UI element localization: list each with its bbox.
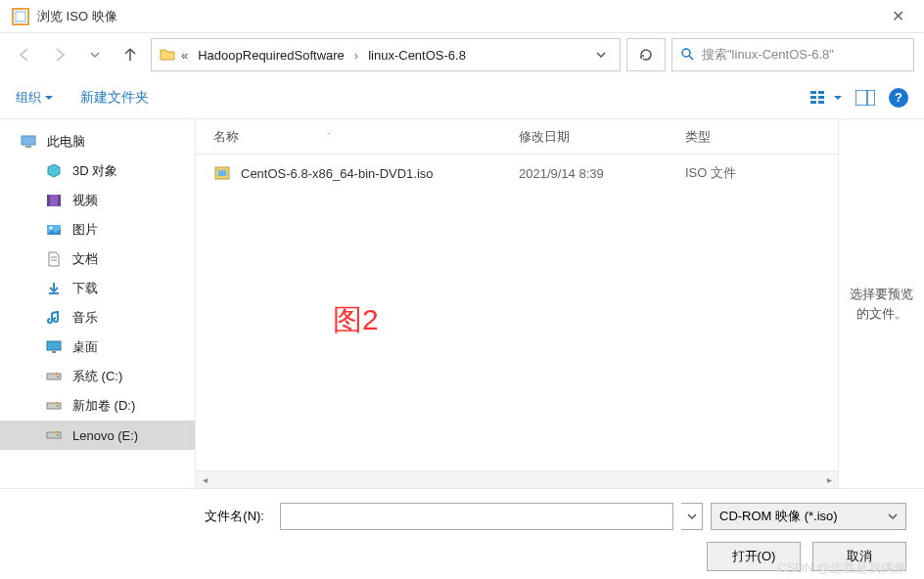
sidebar-music[interactable]: 音乐 [0, 303, 195, 333]
sidebar-pictures[interactable]: 图片 [0, 215, 195, 245]
svg-point-27 [57, 405, 59, 407]
main-area: 此电脑 3D 对象 视频 图片 文档 下载 音乐 桌面 系统 (C:) 新加卷 … [0, 119, 924, 488]
download-icon [45, 280, 63, 297]
nav-bar: « HadoopRequiredSoftware › linux-CentOS-… [0, 33, 924, 76]
svg-point-29 [57, 434, 59, 436]
pc-icon [20, 133, 37, 151]
sidebar-desktop[interactable]: 桌面 [0, 333, 195, 362]
svg-rect-12 [22, 136, 35, 145]
file-date: 2021/9/14 8:39 [519, 166, 685, 181]
video-icon [45, 192, 63, 209]
horizontal-scrollbar[interactable]: ◂ ▸ [196, 470, 838, 488]
svg-rect-6 [810, 96, 816, 99]
svg-rect-5 [818, 91, 824, 94]
app-icon [12, 8, 29, 25]
document-icon [45, 250, 63, 268]
cube-icon [45, 162, 63, 180]
breadcrumb-dropdown[interactable] [590, 48, 612, 63]
file-list-pane: 名称ˇ 修改日期 类型 CentOS-6.8-x86_64-bin-DVD1.i… [196, 119, 838, 488]
drive-icon [45, 426, 63, 444]
svg-line-3 [689, 56, 693, 60]
svg-rect-15 [47, 195, 50, 206]
sidebar-drive-d[interactable]: 新加卷 (D:) [0, 391, 195, 421]
sidebar-videos[interactable]: 视频 [0, 186, 195, 215]
column-headers[interactable]: 名称ˇ 修改日期 类型 [196, 119, 838, 155]
nav-forward-button[interactable] [45, 40, 74, 69]
sort-indicator-icon: ˇ [327, 132, 330, 143]
svg-rect-13 [25, 146, 31, 148]
toolbar: 组织 新建文件夹 ? [0, 76, 924, 119]
preview-pane-toggle[interactable] [855, 90, 875, 106]
sidebar-this-pc[interactable]: 此电脑 [0, 127, 195, 156]
pictures-icon [45, 221, 63, 239]
filetype-filter[interactable]: CD-ROM 映像 (*.iso) [711, 503, 906, 530]
svg-point-2 [682, 49, 690, 57]
search-icon [680, 47, 694, 64]
svg-rect-31 [218, 170, 226, 176]
svg-point-25 [57, 376, 59, 378]
filename-dropdown[interactable] [681, 503, 703, 530]
sidebar-drive-c[interactable]: 系统 (C:) [0, 362, 195, 391]
scroll-left-icon[interactable]: ◂ [196, 471, 213, 488]
nav-up-button[interactable] [116, 40, 145, 69]
svg-rect-10 [855, 90, 875, 106]
organize-menu[interactable]: 组织 [16, 89, 53, 107]
svg-rect-8 [810, 101, 816, 104]
breadcrumb-seg1[interactable]: HadoopRequiredSoftware [194, 48, 348, 63]
file-row[interactable]: CentOS-6.8-x86_64-bin-DVD1.iso 2021/9/14… [196, 155, 838, 192]
svg-rect-1 [16, 12, 25, 22]
close-icon[interactable]: ✕ [884, 7, 912, 25]
help-button[interactable]: ? [889, 88, 908, 108]
search-placeholder: 搜索"linux-CentOS-6.8" [702, 46, 834, 64]
file-type: ISO 文件 [685, 164, 838, 182]
nav-back-button[interactable] [10, 40, 39, 69]
drive-icon [45, 368, 63, 385]
open-button[interactable]: 打开(O) [707, 542, 801, 571]
sidebar: 此电脑 3D 对象 视频 图片 文档 下载 音乐 桌面 系统 (C:) 新加卷 … [0, 119, 196, 488]
svg-rect-16 [58, 195, 61, 206]
col-name[interactable]: 名称 [213, 129, 239, 144]
breadcrumb[interactable]: « HadoopRequiredSoftware › linux-CentOS-… [151, 38, 621, 71]
filter-label: CD-ROM 映像 (*.iso) [719, 508, 838, 525]
search-input[interactable]: 搜索"linux-CentOS-6.8" [671, 38, 914, 71]
desktop-icon [45, 338, 63, 356]
svg-rect-9 [818, 101, 824, 104]
filename-label: 文件名(N): [18, 508, 272, 525]
preview-pane: 选择要预览的文件。 [838, 119, 924, 488]
refresh-button[interactable] [626, 38, 666, 71]
breadcrumb-overflow[interactable]: « [181, 48, 188, 63]
iso-file-icon [213, 164, 231, 182]
svg-rect-22 [47, 341, 61, 350]
svg-rect-7 [818, 96, 824, 99]
col-type[interactable]: 类型 [685, 128, 838, 146]
svg-point-18 [50, 227, 53, 230]
svg-rect-23 [52, 351, 56, 353]
folder-icon [160, 47, 175, 63]
filename-input[interactable] [280, 503, 673, 530]
title-bar: 浏览 ISO 映像 ✕ [0, 0, 924, 33]
scroll-right-icon[interactable]: ▸ [820, 471, 838, 488]
sidebar-drive-e[interactable]: Lenovo (E:) [0, 421, 195, 450]
overlay-annotation: 图2 [333, 300, 379, 340]
svg-rect-4 [810, 91, 816, 94]
nav-recent-dropdown[interactable] [80, 40, 110, 69]
window-title: 浏览 ISO 映像 [37, 8, 884, 25]
preview-message: 选择要预览的文件。 [847, 285, 916, 323]
footer: 文件名(N): CD-ROM 映像 (*.iso) 打开(O) 取消 [0, 488, 924, 579]
sidebar-documents[interactable]: 文档 [0, 245, 195, 274]
chevron-right-icon: › [354, 48, 358, 63]
new-folder-button[interactable]: 新建文件夹 [80, 89, 149, 107]
sidebar-downloads[interactable]: 下载 [0, 274, 195, 303]
file-name: CentOS-6.8-x86_64-bin-DVD1.iso [241, 166, 434, 181]
col-date[interactable]: 修改日期 [519, 128, 685, 146]
view-mode-button[interactable] [810, 90, 842, 106]
music-icon [45, 309, 63, 327]
sidebar-3d-objects[interactable]: 3D 对象 [0, 156, 195, 186]
cancel-button[interactable]: 取消 [812, 542, 906, 571]
drive-icon [45, 397, 63, 415]
breadcrumb-seg2[interactable]: linux-CentOS-6.8 [364, 48, 470, 63]
